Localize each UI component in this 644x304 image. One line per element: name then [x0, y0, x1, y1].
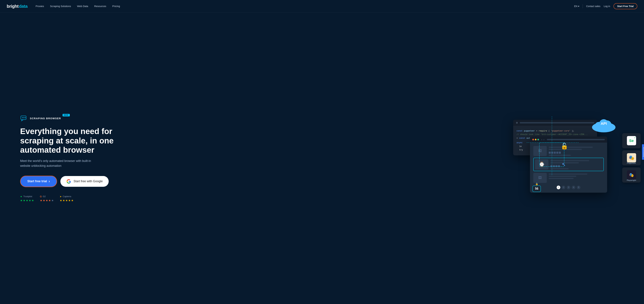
- cursor-icon: ↖: [562, 162, 566, 167]
- logo[interactable]: bright data: [7, 4, 28, 9]
- page-4[interactable]: 4: [572, 186, 576, 189]
- new-badge: NEW!: [62, 114, 70, 116]
- product-image-placeholder-3: 🖼: [533, 173, 547, 183]
- trust-trustpilot: ★ Trustpilot ★ ★ ★ ★ ★: [20, 195, 34, 202]
- language-selector[interactable]: EN ▾: [574, 5, 579, 8]
- start-free-trial-hero-button[interactable]: Start free trial ›: [20, 176, 57, 187]
- sidebar-item-scraping-solutions[interactable]: Scraping Solutions: [50, 5, 71, 8]
- logo-bright: bright: [7, 4, 18, 9]
- hero-content: SCRAPING BROWSER NEW! Everything you nee…: [20, 114, 118, 202]
- tool-panels: Se ✓ 🎭 Puppeteer 🎭 Playwright: [622, 133, 641, 183]
- accessibility-bar[interactable]: Accessibility: [642, 144, 644, 160]
- sidebar-item-proxies[interactable]: Proxies: [36, 5, 44, 8]
- contact-sales-link[interactable]: Contact sales: [586, 5, 600, 8]
- svg-point-1: [22, 117, 23, 118]
- nav-divider: [582, 4, 583, 8]
- playwright-panel: 🎭 Playwright: [622, 168, 641, 183]
- hero-section: SCRAPING BROWSER NEW! Everything you nee…: [0, 13, 644, 304]
- svg-point-3: [25, 117, 26, 118]
- navbar: bright data Proxies Scraping Solutions W…: [0, 0, 644, 13]
- svg-point-2: [24, 117, 24, 118]
- start-free-trial-button[interactable]: Start Free Trial: [614, 3, 637, 9]
- login-link[interactable]: Log in: [604, 5, 610, 8]
- back-icon: ‹: [541, 138, 542, 141]
- navbar-right: EN ▾ Contact sales Log in Start Free Tri…: [574, 3, 637, 9]
- gear-icon: ⚙: [516, 121, 518, 124]
- hero-visual: API ⚙ const puppeteer = require('puppete…: [513, 116, 630, 200]
- chevron-down-icon: ▾: [578, 5, 579, 8]
- nav-links: Proxies Scraping Solutions Web Data Reso…: [36, 5, 120, 8]
- browser-pagination: 1 2 3 4 5: [533, 186, 604, 189]
- puppeteer-panel: 🎭 Puppeteer: [622, 150, 641, 166]
- browser-dot-yellow: [535, 139, 536, 140]
- hero-badge-label: SCRAPING BROWSER NEW!: [30, 117, 61, 120]
- browser-dot-green: [537, 139, 539, 140]
- selenium-panel: Se ✓: [622, 133, 641, 148]
- selenium-icon: Se ✓: [627, 136, 636, 145]
- start-free-with-google-button[interactable]: Start free with Google: [60, 176, 109, 187]
- cloud-api-badge: API: [590, 118, 617, 134]
- trust-capterra: ➤ Capterra ★ ★ ★ ★ ★: [60, 195, 74, 202]
- sidebar-item-pricing[interactable]: Pricing: [112, 5, 120, 8]
- lock-icon: 🔓: [560, 141, 568, 151]
- logo-data: data: [19, 4, 28, 9]
- hero-subtitle: Meet the world's only automated browser …: [20, 159, 100, 168]
- forward-icon: ›: [544, 138, 544, 141]
- page-5[interactable]: 5: [577, 186, 580, 189]
- number-badge: 56: [532, 186, 541, 192]
- scraping-browser-icon: [20, 114, 28, 122]
- selenium-check-icon: ✓: [634, 136, 636, 139]
- playwright-icon: 🎭: [627, 170, 636, 180]
- puppeteer-icon: 🎭: [627, 153, 636, 163]
- browser-dot-red: [532, 139, 534, 140]
- navbar-left: bright data Proxies Scraping Solutions W…: [7, 4, 120, 9]
- hero-badge-row: SCRAPING BROWSER NEW!: [20, 114, 118, 122]
- page-3[interactable]: 3: [567, 186, 570, 189]
- page-2[interactable]: 2: [562, 186, 565, 189]
- hero-title: Everything you need for scraping at scal…: [20, 127, 118, 155]
- arrow-icon: ›: [49, 179, 50, 184]
- trust-g2: G G2 ★ ★ ★ ★ ★: [40, 195, 54, 202]
- puppeteer-label: Puppeteer: [627, 162, 636, 164]
- hero-buttons: Start free trial › Start free with Googl…: [20, 176, 118, 187]
- number-badge-group: 🔒 56: [532, 183, 541, 192]
- playwright-label: Playwright: [627, 179, 636, 181]
- trust-row: ★ Trustpilot ★ ★ ★ ★ ★ G G2 ★ ★: [20, 195, 118, 202]
- lock-icon-2: 🔒: [535, 183, 538, 185]
- sidebar-item-resources[interactable]: Resources: [94, 5, 106, 8]
- sidebar-item-web-data[interactable]: Web Data: [77, 5, 88, 8]
- page-1[interactable]: 1: [556, 186, 560, 189]
